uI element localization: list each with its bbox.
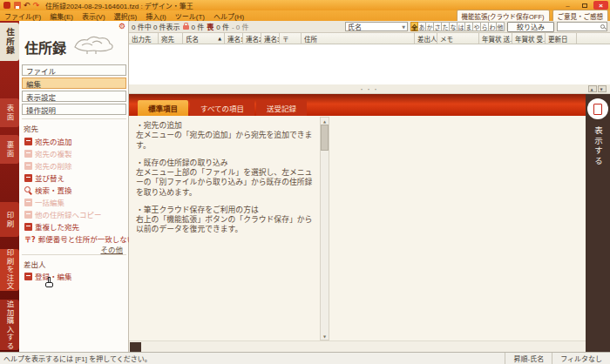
- scroll-up-icon[interactable]: ▲: [323, 118, 326, 125]
- col-joint1[interactable]: 連名1: [225, 33, 243, 44]
- menu-file[interactable]: ファイル(F): [0, 10, 45, 21]
- side-tab-front[interactable]: 表面: [0, 98, 19, 127]
- scroll-down-icon[interactable]: ▼: [323, 333, 326, 340]
- lock-icon: [183, 25, 189, 30]
- search-box: [557, 22, 607, 31]
- menu-view[interactable]: 表示(V): [78, 10, 110, 21]
- postal-mismatch-icon: 〒?: [24, 234, 36, 244]
- kana-filter-wa[interactable]: わ: [489, 22, 497, 31]
- main-region: 0 件中 0 件表示 0 件 喪 0 件 - 0 件 氏名 ▼ 全 あ か さ …: [129, 21, 610, 352]
- col-memo[interactable]: メモ: [437, 33, 479, 44]
- search-replace-item[interactable]: 検索・置換: [24, 185, 72, 195]
- help-content-panel: ・宛先の追加 左メニューの「宛先の追加」から宛先を追加できます。 ・既存の住所録…: [129, 116, 586, 352]
- col-recipient[interactable]: 宛先: [159, 33, 183, 44]
- sort-item[interactable]: 並び替え: [24, 172, 64, 183]
- side-tab-purchase[interactable]: 追加購入する: [0, 300, 19, 350]
- help-vertical-scrollbar[interactable]: ▲ ▼: [320, 117, 329, 340]
- splitter-dots-icon: ・・・: [359, 85, 380, 93]
- menu-tools[interactable]: ツール(T): [171, 10, 209, 21]
- kana-filter-sa[interactable]: さ: [434, 22, 442, 31]
- col-postal[interactable]: 〒: [280, 33, 302, 44]
- filter-button[interactable]: 絞り込み: [507, 22, 554, 32]
- gear-icon[interactable]: ⚙: [119, 22, 125, 30]
- hscrollbar-thumb[interactable]: [130, 342, 141, 352]
- kana-filter-ra[interactable]: ら: [481, 22, 489, 31]
- tab-all-fields[interactable]: すべての項目: [190, 100, 254, 116]
- col-joint2[interactable]: 連名2: [243, 33, 261, 44]
- divider: [22, 254, 126, 255]
- scrollbar-thumb[interactable]: [321, 125, 329, 151]
- panel-title: 住所録: [24, 37, 66, 57]
- search-input[interactable]: [559, 23, 600, 30]
- kana-filter-other[interactable]: 他: [497, 22, 505, 31]
- copy-to-other-book-item: 他の住所録へコピー: [24, 209, 102, 219]
- save-icon: [14, 2, 21, 9]
- col-sender[interactable]: 差出人: [415, 33, 437, 44]
- chevron-down-icon: ▼: [402, 24, 405, 30]
- tab-standard-fields[interactable]: 標準項目: [138, 100, 188, 116]
- kana-filter-ma[interactable]: ま: [465, 22, 473, 31]
- more-link[interactable]: その他: [100, 244, 123, 254]
- register-edit-icon: [24, 273, 32, 280]
- col-name[interactable]: 氏名 ▲: [183, 33, 225, 44]
- close-button[interactable]: ×: [593, 1, 608, 10]
- help-title: ・筆王クラウド保存をご利用の方は: [136, 206, 317, 215]
- collapse-down-button[interactable]: ▼: [598, 85, 607, 92]
- menu-edit[interactable]: 編集(E): [45, 10, 78, 21]
- item-label: 一括編集: [35, 197, 64, 207]
- show-strip-button[interactable]: 表示する: [586, 94, 610, 352]
- kana-filter-a[interactable]: あ: [418, 22, 426, 31]
- sort-field-dropdown[interactable]: 氏名 ▼: [345, 22, 408, 31]
- side-tab-order-print[interactable]: 印刷を注文: [0, 249, 19, 291]
- menu-select[interactable]: 選択(S): [110, 10, 142, 21]
- side-tab-print[interactable]: 印刷: [0, 202, 19, 237]
- recipient-section-heading: 宛先: [24, 123, 38, 133]
- col-output[interactable]: 出力先: [129, 33, 159, 44]
- maximize-icon: [582, 3, 587, 8]
- collapse-up-button[interactable]: ▲: [588, 85, 597, 92]
- left-panel: ⚙ 住所録 ファイル 編集 表示設定 操作説明 宛先 宛先の追加 宛先の複製: [19, 21, 129, 352]
- panel-menu-display-settings[interactable]: 表示設定: [22, 91, 126, 102]
- kana-filter-ka[interactable]: か: [426, 22, 434, 31]
- item-label: 重複した宛先: [35, 221, 79, 232]
- duplicated-recipients-icon: [24, 223, 32, 231]
- col-name-label: 氏名: [186, 34, 199, 44]
- tab-send-receive-log[interactable]: 送受記録: [256, 100, 307, 116]
- magnifier-icon[interactable]: [600, 24, 605, 29]
- redo-button[interactable]: ↷: [31, 1, 41, 10]
- kana-filter-ya[interactable]: や: [473, 22, 481, 31]
- content-horizontal-scrollbar[interactable]: [129, 340, 586, 352]
- col-address[interactable]: 住所: [302, 33, 415, 44]
- col-nenga-sent[interactable]: 年賀状 送..: [479, 33, 512, 44]
- col-nenga-received[interactable]: 年賀状 受..: [512, 33, 546, 44]
- panel-menu-instructions[interactable]: 操作説明: [22, 104, 126, 115]
- col-joint3[interactable]: 連名3: [261, 33, 280, 44]
- divider: [22, 118, 126, 119]
- duplicated-recipients-item[interactable]: 重複した宛先: [24, 221, 79, 232]
- kana-filter-na[interactable]: な: [450, 22, 458, 31]
- item-label: 他の住所録へコピー: [35, 209, 102, 219]
- maximize-button[interactable]: [577, 1, 592, 10]
- minimize-button[interactable]: –: [560, 1, 575, 10]
- save-button[interactable]: [12, 1, 22, 10]
- add-recipient-item[interactable]: 宛先の追加: [24, 136, 72, 146]
- menu-insert[interactable]: 挿入(I): [141, 10, 171, 21]
- side-tab-address-book[interactable]: 住所録: [0, 23, 19, 61]
- kana-filter-all[interactable]: 全: [410, 22, 418, 31]
- col-updated[interactable]: 更新日: [546, 33, 577, 44]
- menu-help[interactable]: ヘルプ(H): [209, 10, 248, 21]
- delete-recipient-item: 宛先の削除: [24, 160, 72, 171]
- kana-filter-ha[interactable]: は: [458, 22, 465, 31]
- pine-tree-illustration: [70, 33, 115, 56]
- splitter-handle[interactable]: ・・・ ▲ ▼: [129, 84, 610, 94]
- panel-menu-file[interactable]: ファイル: [22, 64, 126, 76]
- kana-filter-ta[interactable]: た: [442, 22, 450, 31]
- sort-ascending-icon: ▲: [218, 36, 221, 41]
- panel-menu-edit[interactable]: 編集: [22, 78, 126, 89]
- batch-edit-item: 一括編集: [24, 197, 64, 207]
- item-label: 並び替え: [35, 172, 64, 183]
- undo-button[interactable]: ↶: [22, 1, 31, 10]
- record-count: 0 件中 0 件表示: [132, 22, 180, 31]
- side-tab-back[interactable]: 裏面: [0, 135, 19, 164]
- workarea: 住所録 表面 裏面 印刷 印刷を注文 追加購入する ⚙ 住所録 ファイル 編集 …: [0, 21, 610, 352]
